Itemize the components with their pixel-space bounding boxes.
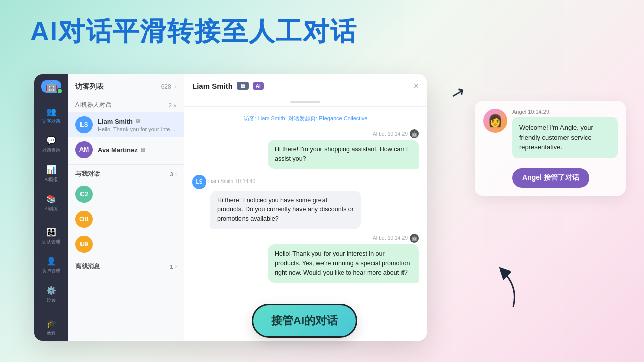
- visitors-label: 访客对话: [42, 118, 60, 125]
- sessions-icon: 💬: [46, 135, 57, 146]
- agent-avatar: 👩: [483, 109, 507, 133]
- conv-item-u9[interactable]: U9: [68, 232, 184, 257]
- agent-name: Angel: [512, 109, 526, 115]
- ai-section-count: 2 ∨: [169, 102, 177, 108]
- chat-header: Liam Smith 🖥 AI ×: [184, 74, 427, 98]
- bot-time-1: 10:14:29: [388, 131, 408, 137]
- offline-label: 离线消息: [75, 262, 100, 271]
- liam-preview: Hello! Thank you for your interest...: [98, 126, 177, 132]
- arrow-curve: [473, 261, 523, 312]
- user-avatar-1: LS: [192, 175, 206, 189]
- ob-avatar: OB: [75, 211, 93, 228]
- conv-list-count: 628 ›: [161, 83, 177, 90]
- agent-bubble: Welcome! I'm Angle, your friendly custom…: [512, 117, 618, 158]
- tutorials-icon: 🎓: [46, 318, 57, 329]
- msg-row-user-1: LS Liam Smith 10:14:40 Hi there! I notic…: [192, 174, 419, 229]
- my-section-badge: 3 ›: [170, 171, 177, 177]
- user-meta-1: LS Liam Smith 10:14:40: [192, 174, 255, 189]
- settings-label: 设置: [47, 297, 56, 304]
- agent-takeover-badge: Angel 接管了对话: [512, 168, 589, 188]
- conv-item-ava[interactable]: AM Ava Martinez 🖥: [68, 137, 184, 162]
- offline-section: 离线消息 1 ›: [68, 257, 184, 276]
- conv-item-ob[interactable]: OB: [68, 207, 184, 232]
- ava-name-row: Ava Martinez 🖥: [98, 146, 177, 154]
- sidebar-item-tutorials[interactable]: 🎓 教程: [34, 313, 68, 341]
- user-sender-1: Liam Smith: [208, 178, 233, 184]
- agent-content: Angel 10:14:29 Welcome! I'm Angle, your …: [512, 109, 618, 158]
- nav-logo-badge: [57, 88, 63, 94]
- offline-count: 1 ›: [170, 264, 177, 270]
- visitors-icon: 👥: [46, 106, 57, 117]
- page-title: AI对话平滑转接至人工对话: [30, 14, 357, 49]
- scrollbar-thumb: [290, 101, 320, 103]
- liam-avatar: LS: [75, 116, 93, 133]
- system-link[interactable]: Elegance Collective: [319, 115, 368, 121]
- system-text: 访客: Liam Smith, 对话发起页:: [244, 115, 317, 121]
- agent-chat-box: 👩 Angel 10:14:29 Welcome! I'm Angle, you…: [475, 101, 626, 196]
- chat-contact-name: Liam Smith: [192, 82, 233, 90]
- conv-list: 访客列表 628 › AI机器人对话 2 ∨ LS Liam Smith 🖥 H…: [68, 74, 184, 341]
- conv-list-title: 访客列表: [75, 82, 104, 92]
- msg-row-bot-2: AI bot 10:14:29 🤖 Hello! Thank you for y…: [192, 234, 419, 283]
- liam-info: Liam Smith 🖥 Hello! Thank you for your i…: [98, 118, 177, 132]
- bot-icon-1: 🤖: [410, 129, 419, 138]
- chat-header-title: Liam Smith 🖥 AI: [192, 82, 264, 90]
- team-icon: 👨‍👩‍👧: [46, 226, 57, 237]
- conv-item-liam[interactable]: LS Liam Smith 🖥 Hello! Thank you for you…: [68, 112, 184, 137]
- user-time-1: 10:14:40: [235, 178, 255, 184]
- sidebar-item-visitors[interactable]: 👥 访客对话: [34, 101, 68, 130]
- team-label: 团队管理: [42, 239, 60, 245]
- tutorials-label: 教程: [47, 330, 56, 337]
- ai-section-header[interactable]: AI机器人对话 2 ∨: [68, 97, 184, 112]
- liam-name-row: Liam Smith 🖥: [98, 118, 177, 125]
- sessions-label: 对话查询: [42, 147, 60, 154]
- msg-row-bot-1: AI bot 10:14:29 🤖 Hi there! I'm your sho…: [192, 129, 419, 169]
- conv-list-header: 访客列表 628 ›: [68, 74, 184, 97]
- settings-icon: ⚙️: [46, 285, 57, 296]
- agent-msg-row: 👩 Angel 10:14:29 Welcome! I'm Angle, you…: [483, 109, 618, 158]
- monitor-badge: 🖥: [237, 82, 249, 90]
- ava-monitor-icon: 🖥: [140, 147, 145, 153]
- customers-label: 客户管理: [42, 268, 60, 275]
- ai-section-label: AI机器人对话: [75, 101, 111, 109]
- conv-item-c2[interactable]: C2: [68, 182, 184, 207]
- sidebar-item-sessions[interactable]: 💬 对话查询: [34, 130, 68, 159]
- ava-info: Ava Martinez 🖥: [98, 146, 177, 154]
- bot-bubble-2: Hello! Thank you for your interest in ou…: [268, 244, 419, 283]
- bot-bubble-1: Hi there! I'm your shopping assistant. H…: [268, 140, 419, 169]
- system-message: 访客: Liam Smith, 对话发起页: Elegance Collecti…: [192, 113, 419, 124]
- analytics-icon: 📊: [46, 164, 57, 175]
- bot-sender-2: AI bot: [373, 235, 386, 241]
- bot-meta-1: AI bot 10:14:29 🤖: [373, 129, 419, 138]
- sidebar-item-knowledge[interactable]: 📚 AI训练: [34, 188, 68, 217]
- my-section-header: 与我对话 3 ›: [68, 164, 184, 182]
- close-button[interactable]: ×: [413, 81, 419, 90]
- agent-panel: 👩 Angel 10:14:29 Welcome! I'm Angle, you…: [475, 101, 626, 196]
- bot-meta-2: AI bot 10:14:29 🤖: [373, 234, 419, 243]
- agent-time: 10:14:29: [528, 109, 549, 115]
- user-bubble-1: Hi there! I noticed you have some great …: [210, 191, 361, 229]
- sidebar-item-settings[interactable]: ⚙️ 设置: [34, 280, 68, 309]
- scrollbar-area: [184, 98, 427, 107]
- customers-icon: 👤: [46, 255, 57, 266]
- my-section-label: 与我对话: [75, 170, 100, 178]
- app-window: 👥 访客对话 💬 对话查询 📊 AI概报 📚 AI训练 👨‍👩‍👧 团队管理 👤…: [34, 74, 427, 341]
- sidebar-nav: 👥 访客对话 💬 对话查询 📊 AI概报 📚 AI训练 👨‍👩‍👧 团队管理 👤…: [34, 74, 68, 341]
- analytics-label: AI概报: [45, 176, 58, 183]
- chat-panel: Liam Smith 🖥 AI × 访客: Liam Smith, 对话发起页:…: [184, 74, 427, 341]
- c2-avatar: C2: [75, 186, 93, 203]
- ai-badge: AI: [253, 82, 264, 90]
- bot-sender-1: AI bot: [373, 131, 386, 137]
- liam-monitor-icon: 🖥: [135, 118, 140, 124]
- bot-time-2: 10:14:29: [388, 235, 408, 241]
- sidebar-item-customers[interactable]: 👤 客户管理: [34, 250, 68, 280]
- sidebar-item-team[interactable]: 👨‍👩‍👧 团队管理: [34, 221, 68, 250]
- knowledge-label: AI训练: [45, 206, 58, 212]
- ava-avatar: AM: [75, 141, 93, 158]
- nav-logo: [41, 80, 61, 93]
- ava-name: Ava Martinez: [98, 146, 138, 154]
- takeover-button[interactable]: 接管AI的对话: [252, 304, 357, 338]
- agent-meta: Angel 10:14:29: [512, 109, 618, 115]
- sidebar-item-analytics[interactable]: 📊 AI概报: [34, 159, 68, 188]
- liam-name: Liam Smith: [98, 118, 133, 125]
